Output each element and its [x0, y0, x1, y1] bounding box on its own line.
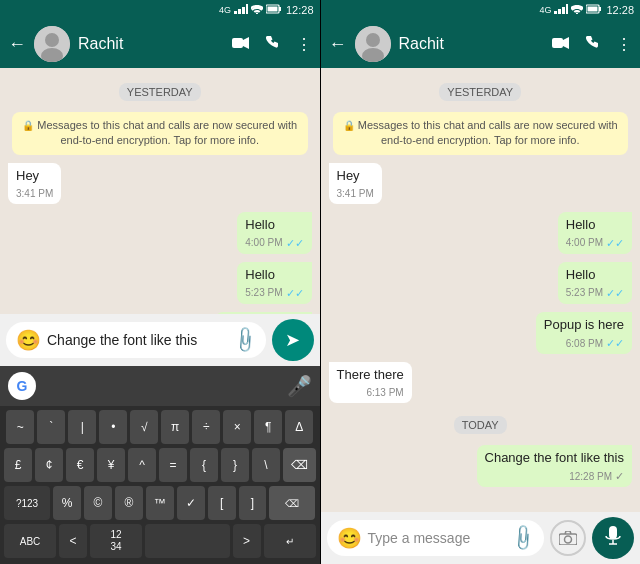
kb-key[interactable]: }	[221, 448, 249, 482]
right-header: ← Rachit ⋮	[321, 20, 641, 68]
svg-rect-6	[267, 7, 277, 12]
kb-key[interactable]: ✓	[177, 486, 205, 520]
kb-key[interactable]: %	[53, 486, 81, 520]
message-input-wrapper: 😊 Change the font like this 📎	[6, 322, 266, 358]
message-row: Hey 3:41 PM	[8, 163, 312, 204]
kb-key[interactable]: ^	[128, 448, 156, 482]
kb-enter[interactable]: ↵	[264, 524, 316, 558]
keyboard-mic-icon[interactable]: 🎤	[287, 374, 312, 398]
r-voice-call-icon[interactable]	[586, 35, 600, 53]
r-emoji-button[interactable]: 😊	[337, 526, 362, 550]
message-bubble: Popup is here 6:08 PM ✓✓	[215, 312, 311, 314]
kb-backspace[interactable]: ⌫	[283, 448, 316, 482]
r-back-button[interactable]: ←	[329, 34, 347, 55]
kb-key[interactable]: \	[252, 448, 280, 482]
r-contact-name[interactable]: Rachit	[399, 35, 545, 53]
svg-rect-12	[554, 11, 557, 14]
message-row: Hello 5:23 PM ✓✓	[8, 262, 312, 304]
r-msg-meta: 3:41 PM	[337, 187, 374, 200]
r-message-bubble: Hello 4:00 PM ✓✓	[558, 212, 632, 254]
message-bubble: Hello 4:00 PM ✓✓	[237, 212, 311, 254]
r-message-row: Popup is here 6:08 PM ✓✓	[329, 312, 633, 354]
r-message-input-wrapper: 😊 Type a message 📎	[327, 520, 545, 556]
kb-backspace-2[interactable]: ⌫	[269, 486, 315, 520]
kb-space[interactable]	[145, 524, 230, 558]
kb-row-4: ABC < 1234 > ↵	[4, 524, 316, 558]
r-message-bubble: Hey 3:41 PM	[329, 163, 382, 204]
r-date-yesterday: YESTERDAY	[329, 82, 633, 100]
svg-rect-18	[588, 7, 598, 12]
svg-point-25	[565, 536, 572, 543]
google-logo: G	[8, 372, 36, 400]
kb-key-123[interactable]: ?123	[4, 486, 50, 520]
send-icon: ➤	[285, 329, 300, 351]
kb-numbers[interactable]: 1234	[90, 524, 142, 558]
r-msg-meta: 12:28 PM ✓	[485, 469, 624, 483]
kb-key[interactable]: £	[4, 448, 32, 482]
kb-row-2: £ ¢ € ¥ ^ = { } \ ⌫	[4, 448, 316, 482]
r-mic-icon	[604, 526, 622, 550]
kb-key[interactable]: `	[37, 410, 65, 444]
kb-key[interactable]: ®	[115, 486, 143, 520]
r-avatar	[355, 26, 391, 62]
r-camera-button[interactable]	[550, 520, 586, 556]
emoji-button[interactable]: 😊	[16, 328, 41, 352]
message-input[interactable]: Change the font like this	[47, 332, 228, 348]
kb-key[interactable]: [	[208, 486, 236, 520]
keyboard-top-row: G 🎤	[0, 366, 320, 406]
kb-key[interactable]: ×	[223, 410, 251, 444]
kb-row-3: ?123 % © ® ™ ✓ [ ] ⌫	[4, 486, 316, 520]
kb-key[interactable]: ©	[84, 486, 112, 520]
voice-call-icon[interactable]	[266, 35, 280, 53]
lock-icon: 🔒	[22, 120, 34, 131]
svg-marker-11	[243, 37, 249, 49]
r-more-icon[interactable]: ⋮	[616, 35, 632, 54]
kb-key[interactable]: ÷	[192, 410, 220, 444]
kb-key[interactable]: π	[161, 410, 189, 444]
kb-key[interactable]: •	[99, 410, 127, 444]
kb-key[interactable]: ™	[146, 486, 174, 520]
svg-rect-15	[566, 4, 568, 14]
kb-abc[interactable]: ABC	[4, 524, 56, 558]
keyboard[interactable]: G 🎤 ~ ` | • √ π ÷ × ¶ Δ £ ¢ € ¥	[0, 366, 320, 564]
r-signal-bars	[554, 4, 568, 16]
r-mic-button[interactable]	[592, 517, 634, 559]
r-security-notice[interactable]: 🔒 Messages to this chat and calls are no…	[333, 112, 629, 155]
more-icon[interactable]: ⋮	[296, 35, 312, 54]
r-message-bubble: Hello 5:23 PM ✓✓	[558, 262, 632, 304]
right-status-icons: 4G	[539, 4, 602, 16]
kb-key[interactable]: €	[66, 448, 94, 482]
kb-key[interactable]: =	[159, 448, 187, 482]
right-input-bar: 😊 Type a message 📎	[321, 512, 641, 564]
video-call-icon[interactable]	[232, 35, 250, 53]
r-battery-icon	[586, 4, 602, 16]
left-security-notice[interactable]: 🔒 Messages to this chat and calls are no…	[12, 112, 308, 155]
svg-rect-0	[234, 11, 237, 14]
kb-gt[interactable]: >	[233, 524, 261, 558]
kb-key[interactable]: |	[68, 410, 96, 444]
r-date-today: TODAY	[329, 415, 633, 433]
kb-key[interactable]: Δ	[285, 410, 313, 444]
contact-name[interactable]: Rachit	[78, 35, 224, 53]
kb-key[interactable]: {	[190, 448, 218, 482]
r-video-call-icon[interactable]	[552, 35, 570, 53]
kb-key[interactable]: ¶	[254, 410, 282, 444]
r-message-bubble: Popup is here 6:08 PM ✓✓	[536, 312, 632, 354]
message-bubble: Hey 3:41 PM	[8, 163, 61, 204]
r-wifi-icon	[571, 5, 583, 16]
keyboard-rows: ~ ` | • √ π ÷ × ¶ Δ £ ¢ € ¥ ^ = { }	[0, 406, 320, 564]
kb-lt[interactable]: <	[59, 524, 87, 558]
kb-key[interactable]: ¢	[35, 448, 63, 482]
r-network-icon: 4G	[539, 5, 551, 15]
r-attach-button[interactable]: 📎	[507, 522, 538, 553]
back-button[interactable]: ←	[8, 34, 26, 55]
send-button[interactable]: ➤	[272, 319, 314, 361]
r-message-input[interactable]: Type a message	[368, 530, 507, 546]
kb-key[interactable]: ¥	[97, 448, 125, 482]
attach-button[interactable]: 📎	[229, 324, 260, 355]
kb-key[interactable]: ]	[239, 486, 267, 520]
battery-icon	[266, 4, 282, 16]
kb-key[interactable]: √	[130, 410, 158, 444]
kb-key[interactable]: ~	[6, 410, 34, 444]
r-msg-meta: 6:13 PM	[337, 386, 404, 399]
